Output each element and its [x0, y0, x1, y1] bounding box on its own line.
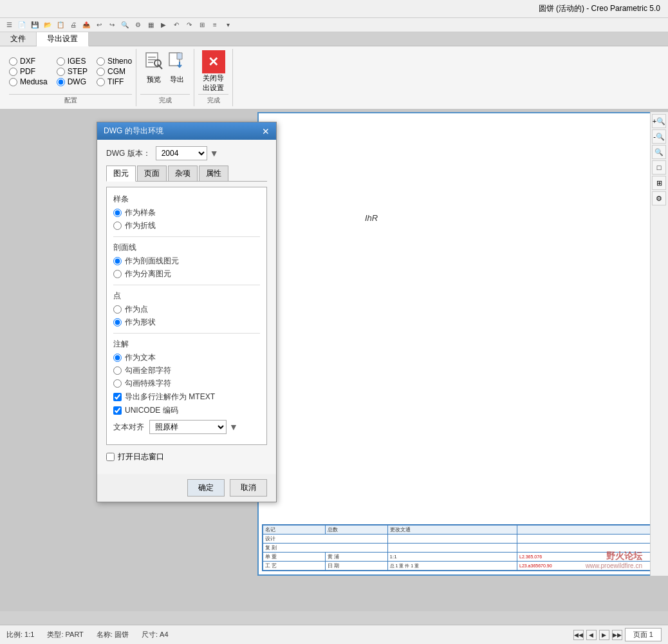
- export-icon[interactable]: 📤: [80, 19, 92, 31]
- preview-icon: [144, 50, 164, 75]
- grid-icon[interactable]: ▦: [145, 19, 156, 31]
- tab-file[interactable]: 文件: [0, 32, 37, 46]
- ok-button[interactable]: 确定: [187, 479, 225, 497]
- radio-cgm-input[interactable]: [97, 68, 105, 76]
- radio-step[interactable]: STEP: [57, 67, 88, 76]
- tab-panel-elements: 样条 作为样条 作为折线 剖面线 作为剖面线图元: [106, 187, 267, 445]
- radio-tiff-label: TIFF: [107, 77, 124, 86]
- cancel-button[interactable]: 取消: [230, 479, 267, 497]
- radio-point-as-shape-input[interactable]: [113, 318, 122, 327]
- radio-spline-as-polyline-label: 作为折线: [125, 220, 156, 231]
- radio-spline-as-spline-label: 作为样条: [125, 207, 156, 218]
- undo-icon[interactable]: ↩: [93, 19, 105, 31]
- nav-next-button[interactable]: ▶: [599, 630, 609, 640]
- version-label: DWG 版本：: [106, 148, 151, 159]
- checkbox-unicode[interactable]: UNICODE 编码: [113, 405, 260, 416]
- svg-rect-2: [148, 59, 156, 61]
- tab-attributes[interactable]: 属性: [199, 166, 228, 181]
- play-icon[interactable]: ▶: [158, 19, 169, 31]
- radio-tiff[interactable]: TIFF: [97, 77, 132, 86]
- page-navigation: ◀◀ ◀ ▶ ▶▶ 页面 1: [573, 628, 662, 641]
- settings-icon[interactable]: ⚙: [132, 19, 144, 31]
- close-export-label: 关闭导出设置: [203, 73, 224, 93]
- checkbox-mtext-input[interactable]: [113, 393, 122, 401]
- radio-pdf[interactable]: PDF: [9, 67, 48, 76]
- preview-button[interactable]: 预览: [144, 50, 164, 84]
- radio-stheno-input[interactable]: [97, 57, 105, 66]
- spline-group-label: 样条: [113, 194, 260, 205]
- radio-dxf[interactable]: DXF: [9, 57, 48, 66]
- radio-annotation-outline-special[interactable]: 勾画特殊字符: [113, 378, 260, 389]
- radio-point-as-shape[interactable]: 作为形状: [113, 317, 260, 328]
- radio-spline-as-spline-input[interactable]: [113, 209, 122, 217]
- radio-point-as-point-input[interactable]: [113, 305, 122, 314]
- radio-step-input[interactable]: [57, 68, 65, 76]
- radio-annotation-as-text-label: 作为文本: [125, 352, 156, 363]
- radio-section-as-separate[interactable]: 作为分离图元: [113, 269, 260, 279]
- radio-medusa-input[interactable]: [9, 78, 17, 86]
- tab-misc[interactable]: 杂项: [168, 166, 198, 181]
- radio-annotation-outline-all[interactable]: 勾画全部字符: [113, 365, 260, 376]
- radio-tiff-input[interactable]: [97, 78, 105, 86]
- search-icon[interactable]: 🔍: [119, 19, 131, 31]
- radio-annotation-as-text[interactable]: 作为文本: [113, 352, 260, 363]
- config-label: 配置: [9, 94, 132, 105]
- copy-icon[interactable]: 📋: [55, 19, 66, 31]
- print-icon[interactable]: 🖨: [68, 19, 79, 31]
- dropdown-icon[interactable]: ▾: [222, 19, 234, 31]
- modal-close-button[interactable]: ✕: [262, 126, 270, 137]
- radio-spline-as-polyline[interactable]: 作为折线: [113, 220, 260, 231]
- tab-export[interactable]: 导出设置: [37, 32, 89, 46]
- back-icon[interactable]: ↶: [171, 19, 182, 31]
- menu-icon[interactable]: ☰: [3, 19, 15, 31]
- radio-annotation-as-text-input[interactable]: [113, 354, 122, 362]
- radio-section-as-separate-input[interactable]: [113, 270, 122, 278]
- forward-icon[interactable]: ↷: [183, 19, 195, 31]
- save-icon[interactable]: 💾: [29, 19, 41, 31]
- close-export-button[interactable]: ✕ 关闭导出设置: [202, 50, 225, 93]
- radio-spline-as-spline[interactable]: 作为样条: [113, 207, 260, 218]
- page-tab[interactable]: 页面 1: [625, 628, 662, 641]
- radio-annotation-outline-special-input[interactable]: [113, 379, 122, 388]
- radio-dwg[interactable]: DWG: [57, 77, 88, 86]
- radio-spline-as-polyline-input[interactable]: [113, 222, 122, 230]
- nav-prev-button[interactable]: ◀: [586, 630, 597, 640]
- open-icon[interactable]: 📂: [42, 19, 53, 31]
- status-name: 名称: 圆饼: [97, 630, 129, 639]
- checkbox-mtext-label: 导出多行注解作为 MTEXT: [125, 392, 215, 402]
- radio-section-as-entity[interactable]: 作为剖面线图元: [113, 256, 260, 267]
- radio-pdf-input[interactable]: [9, 68, 17, 76]
- list-icon[interactable]: ≡: [209, 19, 221, 31]
- radio-iges[interactable]: IGES: [57, 57, 88, 66]
- ribbon-section-complete2: ✕ 关闭导出设置 完成: [194, 49, 233, 106]
- radio-annotation-outline-all-input[interactable]: [113, 366, 122, 375]
- nav-last-button[interactable]: ▶▶: [612, 630, 622, 640]
- log-checkbox[interactable]: [106, 453, 115, 461]
- ribbon: 文件 导出设置 DXF PDF Medusa IGES STEP DWG Sth…: [0, 32, 668, 109]
- log-label: 打开日志窗口: [118, 451, 164, 462]
- nav-first-button[interactable]: ◀◀: [573, 630, 584, 640]
- radio-iges-input[interactable]: [57, 57, 65, 66]
- tab-elements[interactable]: 图元: [106, 166, 136, 182]
- checkbox-mtext[interactable]: 导出多行注解作为 MTEXT: [113, 392, 260, 402]
- radio-dxf-input[interactable]: [9, 57, 17, 66]
- radio-medusa[interactable]: Medusa: [9, 77, 48, 86]
- layout-icon[interactable]: ⊞: [196, 19, 208, 31]
- radio-cgm[interactable]: CGM: [97, 67, 132, 76]
- tab-page[interactable]: 页面: [137, 166, 167, 181]
- complete1-label: 完成: [140, 94, 190, 105]
- radio-point-as-point[interactable]: 作为点: [113, 304, 260, 315]
- checkbox-unicode-input[interactable]: [113, 406, 122, 415]
- new-icon[interactable]: 📄: [16, 19, 28, 31]
- radio-section-as-entity-input[interactable]: [113, 257, 122, 265]
- modal-tabs: 图元 页面 杂项 属性: [106, 166, 267, 182]
- radio-stheno[interactable]: Stheno: [97, 57, 132, 66]
- radio-dwg-input[interactable]: [57, 78, 65, 86]
- export-button[interactable]: 导出: [167, 50, 187, 84]
- export-label: 导出: [170, 75, 184, 84]
- redo-icon[interactable]: ↪: [106, 19, 118, 31]
- main-area: IhR 名记 总数 更改文通 设计 复 刻: [0, 109, 668, 611]
- version-select[interactable]: 2004 2007 2010 2013 2018: [156, 146, 207, 160]
- align-select[interactable]: 照原样 左对齐 右对齐 居中: [149, 420, 227, 434]
- radio-pdf-label: PDF: [20, 67, 35, 76]
